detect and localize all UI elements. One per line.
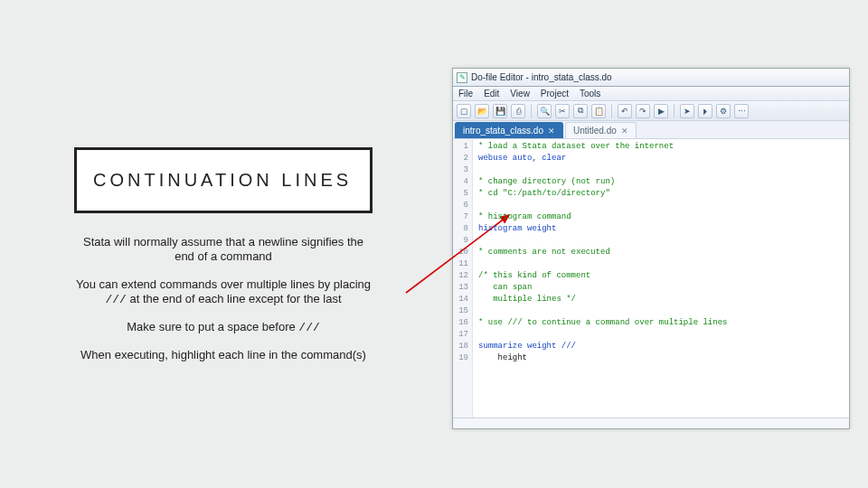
open-button[interactable]: 📂	[475, 104, 489, 118]
slide-title-box: CONTINUATION LINES	[74, 147, 373, 213]
tab-label: intro_stata_class.do	[463, 126, 543, 136]
undo-button[interactable]: ↶	[618, 104, 632, 118]
dofile-editor-window: ✎ Do-file Editor - intro_stata_class.do …	[452, 68, 850, 429]
code-line	[478, 258, 844, 270]
statusbar	[453, 418, 849, 428]
code-line: * load a Stata dataset over the internet	[478, 141, 844, 153]
code-line: height	[478, 352, 844, 364]
code-line: * cd "C:/path/to/directory"	[478, 188, 844, 200]
save-button[interactable]: 💾	[493, 104, 507, 118]
toolbar: ▢📂💾⎙🔍✂⧉📋↶↷▶➤⏵⚙⋯	[453, 101, 849, 121]
bullet-2a: You can extend commands over multiple li…	[76, 277, 371, 291]
menu-tools[interactable]: Tools	[580, 89, 600, 99]
code-line	[478, 305, 844, 317]
paste-button[interactable]: 📋	[591, 104, 606, 118]
app-icon: ✎	[457, 72, 467, 83]
code-line	[478, 364, 844, 376]
copy-button[interactable]: ⧉	[573, 104, 588, 118]
run-line-button[interactable]: ➤	[680, 104, 694, 118]
search-button[interactable]: 🔍	[537, 104, 552, 118]
code-line: * histogram command	[478, 211, 844, 223]
code-text[interactable]: * load a Stata dataset over the internet…	[473, 139, 849, 418]
code-line: * change directory (not run)	[478, 176, 844, 188]
menu-view[interactable]: View	[510, 89, 530, 99]
bullet-3a: Make sure to put a space before	[127, 320, 298, 333]
bullet-2c: at the end of each line except for the l…	[127, 292, 342, 305]
window-title: Do-file Editor - intro_stata_class.do	[471, 72, 612, 82]
bullet-2: You can extend commands over multiple li…	[74, 277, 373, 308]
bullet-3b: ///	[298, 321, 319, 334]
code-line	[478, 235, 844, 247]
code-line: summarize weight ///	[478, 341, 844, 352]
bullet-2b: ///	[105, 293, 126, 306]
run-do-button[interactable]: ⏵	[698, 104, 712, 118]
code-line: multiple lines */	[478, 294, 844, 305]
code-line: webuse auto, clear	[478, 153, 844, 164]
code-area[interactable]: 12345678910111213141516171819 * load a S…	[453, 139, 849, 418]
menu-edit[interactable]: Edit	[484, 89, 499, 99]
tab-intro-stata[interactable]: intro_stata_class.do ✕	[455, 122, 563, 138]
cut-button[interactable]: ✂	[555, 104, 570, 118]
run-sel-button[interactable]: ▶	[654, 104, 668, 118]
close-icon[interactable]: ✕	[548, 127, 555, 136]
code-line	[478, 164, 844, 176]
bullet-1: Stata will normally assume that a newlin…	[74, 235, 373, 265]
line-gutter: 12345678910111213141516171819	[453, 139, 473, 418]
menu-file[interactable]: File	[458, 89, 473, 99]
menubar: File Edit View Project Tools	[453, 87, 849, 101]
slide-title: CONTINUATION LINES	[93, 170, 354, 191]
tab-label: Untitled.do	[573, 126, 617, 136]
code-line: * comments are not executed	[478, 247, 844, 258]
bullet-4: When executing, highlight each line in t…	[74, 348, 373, 362]
code-line: /* this kind of comment	[478, 270, 844, 282]
misc2-button[interactable]: ⋯	[734, 104, 749, 118]
code-line: * use /// to continue a command over mul…	[478, 317, 844, 329]
tab-untitled[interactable]: Untitled.do ✕	[565, 122, 637, 138]
bullet-3: Make sure to put a space before ///	[74, 320, 373, 335]
slide-body: Stata will normally assume that a newlin…	[74, 235, 373, 376]
close-icon[interactable]: ✕	[621, 127, 628, 136]
code-line: can span	[478, 282, 844, 294]
misc1-button[interactable]: ⚙	[716, 104, 731, 118]
new-button[interactable]: ▢	[457, 104, 471, 118]
print-button[interactable]: ⎙	[511, 104, 525, 118]
window-titlebar[interactable]: ✎ Do-file Editor - intro_stata_class.do	[453, 69, 849, 87]
code-line: histogram weight	[478, 223, 844, 235]
code-line	[478, 200, 844, 211]
tabstrip: intro_stata_class.do ✕ Untitled.do ✕	[453, 121, 849, 139]
menu-project[interactable]: Project	[541, 89, 569, 99]
redo-button[interactable]: ↷	[636, 104, 650, 118]
